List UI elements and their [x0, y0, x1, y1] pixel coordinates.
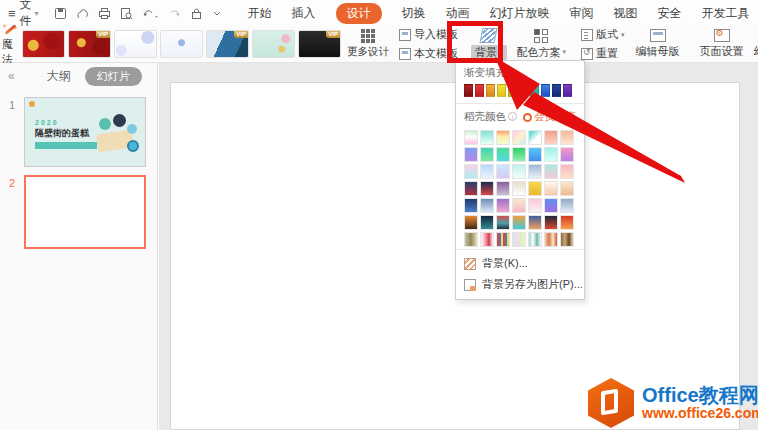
redo-icon[interactable] — [168, 7, 181, 20]
menu-tab-切换[interactable]: 切换 — [402, 5, 426, 22]
tab-slides[interactable]: 幻灯片 — [85, 67, 142, 86]
daoke-gradient-29[interactable] — [464, 198, 478, 213]
daoke-gradient-28[interactable] — [560, 181, 574, 196]
menu-item-save-background-as-picture[interactable]: 背景另存为图片(P)... — [464, 274, 576, 295]
daoke-gradient-15[interactable] — [464, 164, 478, 179]
gradient-preset-2[interactable] — [475, 84, 484, 97]
slide-2-thumbnail-selected[interactable] — [24, 175, 146, 249]
daoke-gradient-31[interactable] — [496, 198, 510, 213]
daoke-gradient-9[interactable] — [480, 147, 494, 162]
daoke-gradient-2[interactable] — [480, 130, 494, 145]
daoke-gradient-21[interactable] — [560, 164, 574, 179]
daoke-gradient-20[interactable] — [544, 164, 558, 179]
save-icon[interactable] — [54, 7, 67, 20]
daoke-gradient-1[interactable] — [464, 130, 478, 145]
tab-outline[interactable]: 大纲 — [47, 68, 71, 85]
daoke-gradient-10[interactable] — [496, 147, 510, 162]
output-icon[interactable] — [76, 7, 89, 20]
daoke-gradient-26[interactable] — [528, 181, 542, 196]
color-scheme-button[interactable]: 配色方案▾ — [512, 27, 572, 61]
menu-tab-审阅[interactable]: 审阅 — [570, 5, 594, 22]
daoke-gradient-32[interactable] — [512, 198, 526, 213]
template-thumbnail-6[interactable] — [252, 30, 295, 58]
daoke-gradient-36[interactable] — [464, 215, 478, 230]
edit-master-button[interactable]: 编辑母版 — [631, 27, 685, 61]
daoke-gradient-41[interactable] — [544, 215, 558, 230]
daoke-gradient-30[interactable] — [480, 198, 494, 213]
template-thumbnail-4[interactable] — [160, 30, 203, 58]
daoke-gradient-46[interactable] — [512, 232, 526, 247]
daoke-gradient-43[interactable] — [464, 232, 478, 247]
gradient-preset-7[interactable] — [530, 84, 539, 97]
daoke-gradient-25[interactable] — [512, 181, 526, 196]
menu-tab-设计[interactable]: 设计 — [336, 3, 382, 24]
daoke-gradient-48[interactable] — [544, 232, 558, 247]
gradient-preset-6[interactable] — [519, 84, 528, 97]
daoke-gradient-18[interactable] — [512, 164, 526, 179]
reset-button[interactable]: 重置 — [581, 46, 625, 61]
magic-button[interactable]: ✦✦ 魔法 — [2, 22, 18, 67]
daoke-gradient-3[interactable] — [496, 130, 510, 145]
daoke-gradient-33[interactable] — [528, 198, 542, 213]
daoke-gradient-42[interactable] — [560, 215, 574, 230]
template-thumbnail-1[interactable] — [22, 30, 65, 58]
menu-tab-动画[interactable]: 动画 — [446, 5, 470, 22]
page-setup-button[interactable]: 页面设置 — [695, 27, 749, 61]
daoke-gradient-8[interactable] — [464, 147, 478, 162]
daoke-gradient-38[interactable] — [496, 215, 510, 230]
menu-tab-视图[interactable]: 视图 — [614, 5, 638, 22]
gradient-preset-5[interactable] — [508, 84, 517, 97]
template-thumbnail-2[interactable]: VIP — [68, 30, 111, 58]
gradient-preset-4[interactable] — [497, 84, 506, 97]
daoke-gradient-22[interactable] — [464, 181, 478, 196]
vip-exclusive-badge[interactable]: 会员专享 — [523, 110, 576, 124]
menu-item-background[interactable]: 背景(K)... — [464, 253, 576, 274]
gradient-preset-1[interactable] — [464, 84, 473, 97]
gradient-preset-10[interactable] — [563, 84, 572, 97]
daoke-gradient-23[interactable] — [480, 181, 494, 196]
daoke-gradient-5[interactable] — [528, 130, 542, 145]
daoke-gradient-45[interactable] — [496, 232, 510, 247]
menu-tab-幻灯片放映[interactable]: 幻灯片放映 — [490, 5, 550, 22]
daoke-gradient-47[interactable] — [528, 232, 542, 247]
gradient-preset-9[interactable] — [552, 84, 561, 97]
print-preview-icon[interactable] — [120, 7, 133, 20]
template-thumbnail-7[interactable]: VIP — [298, 30, 341, 58]
toolbar-more-icon[interactable] — [212, 7, 222, 20]
menu-tab-插入[interactable]: 插入 — [292, 5, 316, 22]
hamburger-icon[interactable]: ≡ — [8, 6, 16, 21]
menu-tab-开始[interactable]: 开始 — [248, 5, 272, 22]
daoke-gradient-13[interactable] — [544, 147, 558, 162]
daoke-gradient-12[interactable] — [528, 147, 542, 162]
daoke-gradient-44[interactable] — [480, 232, 494, 247]
daoke-gradient-4[interactable] — [512, 130, 526, 145]
print-icon[interactable] — [98, 7, 111, 20]
template-thumbnail-5[interactable]: VIP — [206, 30, 249, 58]
daoke-gradient-11[interactable] — [512, 147, 526, 162]
collapse-panel-button[interactable]: « — [8, 69, 15, 83]
slide-size-button[interactable]: 幻灯片大小▾ — [749, 27, 758, 61]
undo-icon[interactable] — [142, 7, 159, 20]
daoke-gradient-6[interactable] — [544, 130, 558, 145]
daoke-gradient-16[interactable] — [480, 164, 494, 179]
menu-tab-开发工具[interactable]: 开发工具 — [702, 5, 750, 22]
menu-tab-安全[interactable]: 安全 — [658, 5, 682, 22]
daoke-gradient-34[interactable] — [544, 198, 558, 213]
slide-1-thumbnail[interactable]: 2020 隔壁街的蛋糕 — [24, 97, 146, 167]
gradient-preset-8[interactable] — [541, 84, 550, 97]
gradient-preset-3[interactable] — [486, 84, 495, 97]
daoke-gradient-49[interactable] — [560, 232, 574, 247]
daoke-gradient-37[interactable] — [480, 215, 494, 230]
more-designs-button[interactable]: 更多设计 — [347, 29, 389, 59]
lock-icon[interactable] — [190, 7, 203, 20]
daoke-gradient-14[interactable] — [560, 147, 574, 162]
daoke-gradient-24[interactable] — [496, 181, 510, 196]
template-thumbnail-3[interactable] — [114, 30, 157, 58]
layout-button[interactable]: 版式▾ — [581, 27, 625, 42]
daoke-gradient-35[interactable] — [560, 198, 574, 213]
daoke-gradient-39[interactable] — [512, 215, 526, 230]
daoke-gradient-19[interactable] — [528, 164, 542, 179]
daoke-gradient-40[interactable] — [528, 215, 542, 230]
daoke-gradient-27[interactable] — [544, 181, 558, 196]
daoke-gradient-17[interactable] — [496, 164, 510, 179]
